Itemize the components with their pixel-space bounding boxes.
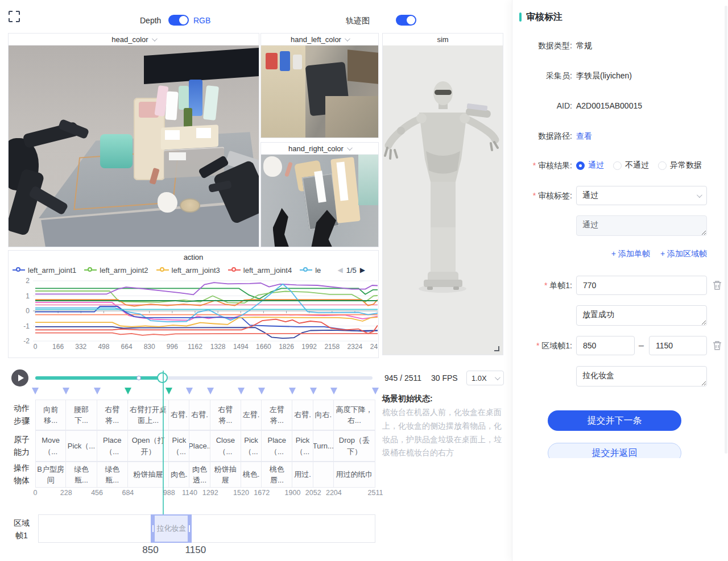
timeline-marker[interactable]: [372, 388, 379, 398]
step-cell[interactable]: Close（...: [210, 430, 241, 462]
region-start-input[interactable]: [576, 336, 635, 355]
frame-axis-label: 1140: [182, 489, 197, 497]
row-label: 操作物体: [12, 462, 31, 488]
submit-next-button[interactable]: 提交并下一条: [548, 410, 681, 431]
rgb-label: RGB: [193, 15, 210, 26]
step-cell[interactable]: Move（...: [35, 430, 66, 462]
delete-single-frame-icon[interactable]: [713, 280, 722, 290]
step-cell[interactable]: 高度下降，右...: [334, 400, 375, 430]
gripper-finger-left: [273, 208, 299, 247]
fullscreen-icon[interactable]: [8, 10, 20, 23]
hand-right-camera-selector[interactable]: hand_right_color: [261, 143, 378, 155]
row-label: 动作步骤: [12, 400, 31, 430]
step-cell[interactable]: 右臂.: [169, 400, 189, 430]
step-cell[interactable]: 右臂将...: [97, 400, 128, 430]
delete-region-frame-icon[interactable]: [713, 340, 722, 351]
step-cell[interactable]: 腰部下...: [66, 400, 97, 430]
timeline-marker[interactable]: [125, 388, 131, 398]
step-cell[interactable]: B户型房间: [35, 462, 66, 488]
head-camera-selector[interactable]: head_color: [9, 34, 259, 45]
timeline-marker[interactable]: [207, 388, 214, 398]
timeline-marker[interactable]: [289, 388, 296, 398]
step-cell[interactable]: 绿色瓶...: [66, 462, 97, 488]
timeline-marker[interactable]: [32, 388, 39, 398]
step-cell[interactable]: 左臂将...: [262, 400, 292, 430]
step-cell[interactable]: [313, 462, 334, 488]
timeline-marker[interactable]: [186, 388, 193, 398]
step-cell[interactable]: 用过.: [292, 462, 313, 488]
review-result-option[interactable]: 不通过: [613, 160, 649, 171]
data-path-label: 数据路径:: [515, 131, 572, 142]
step-cell[interactable]: Place（...: [97, 430, 128, 462]
step-cell[interactable]: 粉饼抽屉: [210, 462, 241, 488]
panel-scrollbar[interactable]: [725, 6, 727, 454]
sim-title-bar: sim: [383, 34, 503, 45]
single-frame-input[interactable]: [576, 276, 707, 295]
radio-icon: [576, 161, 585, 170]
timeline-marker[interactable]: [63, 388, 69, 398]
hand-left-camera-selector[interactable]: hand_left_color: [261, 34, 378, 45]
step-cell[interactable]: Pick（...: [169, 430, 189, 462]
region-right-handle[interactable]: [188, 516, 192, 542]
svg-text:830: 830: [144, 343, 155, 351]
tissue: [158, 192, 177, 212]
step-cell[interactable]: 桃色唇...: [262, 462, 292, 488]
step-cell[interactable]: 用过的纸巾: [334, 462, 375, 488]
region-row-label: 区域帧1: [12, 518, 31, 541]
step-cell[interactable]: Drop（丢下）: [334, 430, 375, 462]
review-tag-select[interactable]: 通过: [576, 186, 707, 205]
data-path-link[interactable]: 查看: [576, 131, 592, 142]
region-end-input[interactable]: [649, 336, 707, 355]
add-region-frame-link[interactable]: + 添加区域帧: [660, 249, 707, 259]
head-camera-title: head_color: [111, 35, 148, 44]
step-cell[interactable]: 肉色.: [169, 462, 189, 488]
step-cell[interactable]: 桃色.: [241, 462, 262, 488]
step-cell[interactable]: 右臂.: [189, 400, 210, 430]
speed-select[interactable]: 1.0X: [466, 371, 504, 385]
review-result-option[interactable]: 通过: [576, 160, 604, 171]
step-cell[interactable]: Pick（...: [292, 430, 313, 462]
timeline-marker[interactable]: [238, 388, 245, 398]
review-result-option[interactable]: 异常数据: [658, 160, 702, 171]
step-cell[interactable]: 向前移...: [35, 400, 66, 430]
region-track: 拉化妆盒: [38, 514, 375, 543]
timeline-marker[interactable]: [94, 388, 101, 398]
timeline-marker[interactable]: [330, 388, 337, 398]
single-frame-note[interactable]: 放置成功: [576, 305, 707, 326]
step-cell[interactable]: Place（...: [262, 430, 292, 462]
frame-axis-label: 2511: [368, 489, 383, 497]
step-cell[interactable]: 绿色瓶...: [97, 462, 128, 488]
region-frame-block[interactable]: 拉化妆盒: [151, 514, 191, 543]
region-left-handle[interactable]: [151, 516, 155, 542]
svg-text:2490: 2490: [370, 343, 378, 351]
submit-return-button[interactable]: 提交并返回: [548, 443, 681, 458]
timeline-marker[interactable]: [258, 388, 265, 398]
step-cell[interactable]: 右臂.: [292, 400, 313, 430]
playback-slider[interactable]: [35, 376, 373, 380]
range-separator: –: [639, 340, 644, 351]
step-cell[interactable]: 右臂将...: [210, 400, 241, 430]
play-button[interactable]: [11, 369, 28, 387]
region-frame-note[interactable]: 拉化妆盒: [576, 366, 707, 387]
step-cell[interactable]: Turn...: [313, 430, 334, 462]
depth-rgb-toggle[interactable]: [168, 15, 189, 26]
action-chart-svg: 210-1-2016633249866483099611621328149416…: [9, 263, 378, 357]
step-cell[interactable]: Place..: [189, 430, 210, 462]
step-cell[interactable]: Pick（...: [66, 430, 97, 462]
hand-right-camera-panel: hand_right_color: [260, 142, 379, 247]
step-cell[interactable]: 向右.: [313, 400, 334, 430]
single-frame-dot[interactable]: [136, 376, 141, 380]
step-cell[interactable]: 肉色透...: [189, 462, 210, 488]
add-single-frame-link[interactable]: + 添加单帧: [611, 249, 650, 259]
trajectory-toggle[interactable]: [396, 15, 416, 26]
step-cell[interactable]: 左臂.: [241, 400, 262, 430]
region-block-label: 拉化妆盒: [156, 523, 186, 534]
timeline-marker[interactable]: [166, 388, 172, 398]
review-tag-value: 通过: [582, 190, 598, 201]
svg-text:0: 0: [34, 343, 38, 351]
step-cell[interactable]: Pick（...: [241, 430, 262, 462]
floor: [325, 96, 378, 138]
resize-handle-icon[interactable]: [494, 346, 499, 351]
review-tag-note[interactable]: 通过: [576, 215, 707, 236]
timeline-marker[interactable]: [310, 388, 317, 398]
